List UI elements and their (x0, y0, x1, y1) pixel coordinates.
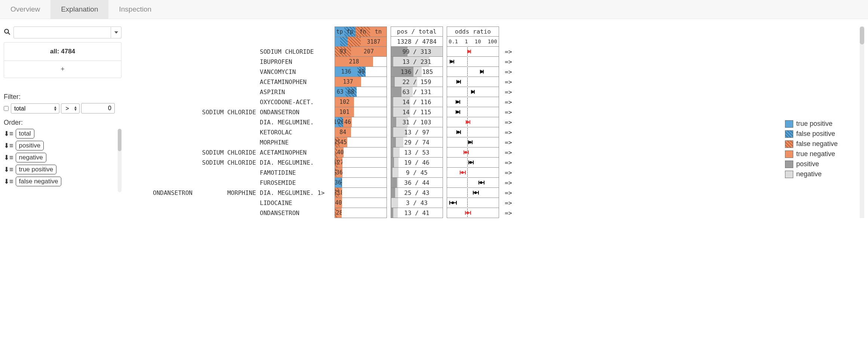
legend-item-tn: true negative (785, 150, 852, 158)
expand-arrow[interactable]: => (499, 178, 518, 188)
order-pill[interactable]: false negative (16, 177, 62, 186)
legend-item-fn: false negative (785, 140, 852, 148)
confusion-header-fp: fp (344, 27, 355, 37)
row-name[interactable]: DIA. MEGLUMINE. (260, 158, 335, 168)
prefix1-column: ONDANSETRON (129, 27, 196, 218)
row-name[interactable]: ACETAMINOPHEN (260, 147, 335, 158)
search-dropdown-button[interactable] (111, 27, 121, 38)
tab-explanation[interactable]: Explanation (50, 0, 108, 19)
filter-toggle-checkbox[interactable] (4, 106, 9, 111)
sort-desc-icon[interactable]: ⬇≡ (4, 177, 13, 186)
legend-swatch (785, 120, 793, 128)
legend-label: negative (796, 170, 822, 178)
svg-line-1 (8, 32, 10, 34)
expand-arrow[interactable]: => (499, 137, 518, 147)
expand-arrow[interactable]: => (499, 117, 518, 127)
odds-header: odds ratio (447, 27, 499, 37)
legend-label: false positive (796, 130, 835, 138)
row-name[interactable]: ONDANSETRON (260, 208, 335, 218)
legend-swatch (785, 150, 793, 158)
tabs: Overview Explanation Inspection (0, 0, 868, 19)
row-name[interactable]: FAMOTIDINE (260, 168, 335, 178)
filter-value-input[interactable] (81, 103, 115, 114)
expand-arrow[interactable]: => (499, 188, 518, 198)
row-name[interactable]: LIDOCAINE (260, 198, 335, 208)
order-scrollbar[interactable] (118, 129, 121, 192)
row-name[interactable]: VANCOMYCIN (260, 67, 335, 77)
order-label: Order: (4, 119, 121, 127)
row-name[interactable]: IBUPROFEN (260, 57, 335, 67)
filter-op-select[interactable]: > (61, 103, 80, 114)
sort-desc-icon[interactable]: ⬇≡ (4, 142, 13, 150)
filter-label: Filter: (4, 93, 121, 101)
sort-desc-icon[interactable]: ⬇≡ (4, 153, 13, 162)
legend-swatch (785, 171, 793, 178)
sort-desc-icon[interactable]: ⬇≡ (4, 165, 13, 174)
legend-swatch (785, 140, 793, 148)
expand-arrow[interactable]: => (499, 97, 518, 107)
tab-inspection[interactable]: Inspection (108, 0, 162, 19)
legend-item-pos: positive (785, 160, 852, 168)
name-column: SODIUM CHLORIDEIBUPROFENVANCOMYCINACETAM… (260, 27, 335, 218)
order-pill[interactable]: negative (16, 153, 46, 162)
row-name[interactable]: MORPHINE (260, 137, 335, 147)
legend-item-tp: true positive (785, 120, 852, 128)
expand-arrow[interactable]: => (499, 127, 518, 137)
arrow-column: =>=>=>=>=>=>=>=>=>=>=>=>=>=>=>=>=> (499, 27, 518, 218)
row-name[interactable]: ONDANSETRON (260, 107, 335, 117)
expand-arrow[interactable]: => (499, 147, 518, 158)
expand-arrow[interactable]: => (499, 107, 518, 117)
filter-field-select[interactable]: total (11, 103, 59, 114)
row-name[interactable]: SODIUM CHLORIDE (260, 47, 335, 57)
legend-swatch (785, 130, 793, 138)
order-list: ⬇≡total⬇≡positive⬇≡negative⬇≡true positi… (4, 129, 115, 192)
legend-swatch (785, 161, 793, 168)
add-subset-button[interactable]: + (4, 60, 121, 78)
order-pill[interactable]: total (16, 129, 34, 139)
sidebar: all: 4784 + Filter: total ▲▼ > ▲▼ Order:… (4, 27, 121, 218)
page-scrollbar[interactable] (860, 27, 864, 218)
legend-label: false negative (796, 140, 838, 148)
expand-arrow[interactable]: => (499, 87, 518, 97)
odds-scale: 0.1110100 (447, 37, 499, 47)
expand-arrow[interactable]: => (499, 168, 518, 178)
prefix2-column: SODIUM CHLORIDESODIUM CHLORIDESODIUM CHL… (196, 27, 260, 218)
ratio-header: pos / total (391, 27, 443, 37)
confusion-header-tn: tn (370, 27, 387, 37)
ratio-column: pos / total 1328 / 4784 99 / 31313 / 231… (391, 27, 443, 218)
row-name[interactable]: OXYCODONE-ACET. (260, 97, 335, 107)
expand-arrow[interactable]: => (499, 198, 518, 208)
order-pill[interactable]: positive (16, 141, 44, 150)
row-name[interactable]: KETOROLAC (260, 127, 335, 137)
row-name[interactable]: FUROSEMIDE (260, 178, 335, 188)
confusion-header: tpfpfntn (335, 27, 387, 37)
odds-column: odds ratio 0.1110100 (447, 27, 499, 218)
expand-arrow[interactable]: => (499, 77, 518, 87)
expand-arrow[interactable]: => (499, 158, 518, 168)
row-name[interactable]: DIA. MEGLUMINE. 1> (260, 188, 335, 198)
confusion-header-tp: tp (335, 27, 344, 37)
svg-point-0 (4, 29, 9, 33)
legend-label: true positive (796, 120, 832, 128)
ratio-total: 1328 / 4784 (391, 37, 443, 47)
order-pill[interactable]: true positive (16, 165, 57, 174)
row-name[interactable]: ASPIRIN (260, 87, 335, 97)
legend-item-neg: negative (785, 170, 852, 178)
confusion-header-fn: fn (355, 27, 370, 37)
expand-arrow[interactable]: => (499, 67, 518, 77)
expand-arrow[interactable]: => (499, 47, 518, 57)
expand-arrow[interactable]: => (499, 57, 518, 67)
confusion-total: 3187 (335, 37, 387, 47)
expand-arrow[interactable]: => (499, 208, 518, 218)
tab-overview[interactable]: Overview (0, 0, 50, 19)
row-name[interactable]: DIA. MEGLUMINE. (260, 117, 335, 127)
all-label: all: 4784 (50, 48, 75, 55)
search-icon (4, 28, 10, 37)
main-table: ONDANSETRON SODIUM CHLORIDESODIUM CHLORI… (129, 27, 778, 218)
legend-item-fp: false positive (785, 130, 852, 138)
row-name[interactable]: ACETAMINOPHEN (260, 77, 335, 87)
search-input[interactable] (13, 27, 111, 38)
legend-label: true negative (796, 150, 835, 158)
sort-desc-icon[interactable]: ⬇≡ (4, 130, 13, 138)
confusion-column: tpfpfntn 3187 93207218136491376368102101… (335, 27, 387, 218)
